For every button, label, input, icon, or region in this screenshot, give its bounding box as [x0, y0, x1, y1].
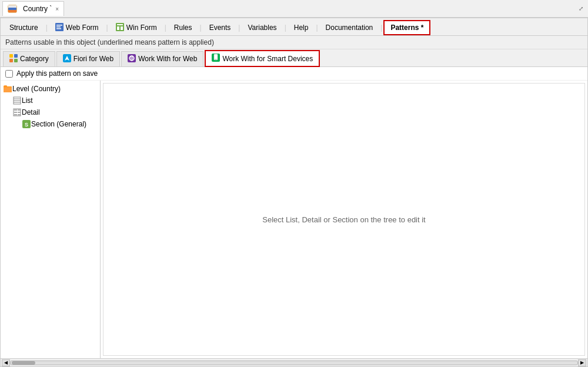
scrollbar-thumb[interactable] [12, 361, 35, 365]
sep-6: | [285, 24, 286, 32]
svg-rect-3 [8, 10, 16, 12]
tree-panel: Level (Country) List [1, 81, 101, 358]
list-icon [12, 96, 22, 105]
apply-checkbox[interactable] [5, 70, 13, 78]
tree-level-label: Level (Country) [12, 85, 61, 93]
smart-icon [212, 54, 220, 64]
svg-rect-2 [8, 8, 16, 10]
svg-rect-35 [14, 112, 17, 113]
menu-tabs: Structure | Web Form | [1, 18, 587, 36]
category-icon [9, 54, 18, 64]
tree-item-detail[interactable]: Detail [1, 106, 100, 118]
svg-rect-6 [56, 26, 61, 28]
sep-4: | [200, 24, 202, 32]
svg-rect-36 [18, 112, 21, 113]
pattern-tab-workweb[interactable]: Work With for Web [121, 51, 203, 66]
tree-item-list[interactable]: List [1, 95, 100, 106]
workweb-tab-label: Work With for Web [138, 55, 197, 63]
tab-webform[interactable]: Web Form [49, 20, 105, 35]
svg-rect-34 [18, 109, 21, 111]
apply-bar: Apply this pattern on save [1, 67, 587, 81]
tab-variables[interactable]: Variables [241, 21, 283, 34]
tab-patterns[interactable]: Patterns * [383, 20, 430, 35]
tree-section-label: Section (General) [31, 120, 86, 128]
fiori-tab-label: Fiori for Web [74, 55, 113, 63]
category-tab-label: Category [20, 55, 49, 63]
svg-rect-15 [14, 59, 18, 62]
tab-structure[interactable]: Structure [3, 21, 45, 34]
content-split: Level (Country) List [1, 81, 587, 358]
tab-rules[interactable]: Rules [168, 21, 199, 34]
sep-3: | [165, 24, 166, 32]
country-icon [8, 4, 17, 14]
svg-rect-33 [14, 109, 17, 111]
svg-rect-10 [117, 26, 119, 30]
pattern-tab-smart[interactable]: Work With for Smart Devices [205, 50, 320, 67]
svg-rect-23 [215, 59, 217, 59]
svg-rect-14 [9, 59, 13, 62]
sep-1: | [46, 24, 48, 32]
tab-events[interactable]: Events [203, 21, 238, 34]
tree-item-section[interactable]: S Section (General) [1, 118, 100, 130]
detail-icon [12, 108, 22, 117]
svg-point-24 [216, 59, 216, 60]
resize-btn[interactable]: ⤢ [576, 4, 586, 14]
sep-8: | [380, 24, 382, 32]
section-icon: S [22, 119, 31, 129]
info-bar-text: Patterns usable in this object (underlin… [5, 38, 214, 46]
svg-rect-27 [4, 87, 12, 92]
scrollbar-area: ◀ ▶ [1, 358, 587, 366]
pattern-tabs: Category Fiori for Web Work With for W [1, 49, 587, 67]
title-bar: Country ` × ⤢ [0, 0, 588, 18]
tree-item-level[interactable]: Level (Country) [1, 83, 100, 95]
svg-rect-7 [56, 28, 61, 29]
info-bar: Patterns usable in this object (underlin… [1, 36, 587, 49]
svg-rect-37 [14, 114, 17, 115]
pattern-tab-category[interactable]: Category [3, 51, 55, 66]
fiori-icon [63, 54, 71, 64]
web-form-icon [55, 23, 64, 33]
tab-winform[interactable]: Win Form [109, 20, 163, 35]
sep-7: | [316, 24, 318, 32]
svg-rect-38 [18, 114, 21, 115]
title-tab-label: Country ` [23, 5, 52, 13]
edit-area-placeholder: Select List, Detail or Section on the tr… [262, 215, 425, 224]
workweb-icon [128, 54, 136, 64]
apply-checkbox-label[interactable]: Apply this pattern on save [16, 69, 98, 78]
title-tab-close-btn[interactable]: × [55, 6, 59, 12]
svg-rect-5 [56, 25, 62, 26]
win-form-icon [116, 23, 124, 33]
sep-5: | [238, 24, 240, 32]
scroll-left-btn[interactable]: ◀ [2, 359, 10, 366]
svg-rect-12 [9, 54, 13, 58]
edit-area: Select List, Detail or Section on the tr… [103, 83, 585, 356]
title-bar-controls: ⤢ [576, 4, 586, 14]
tree-list-label: List [22, 96, 33, 105]
svg-rect-9 [117, 24, 123, 25]
svg-rect-11 [121, 26, 123, 30]
pattern-tab-fiori[interactable]: Fiori for Web [56, 51, 120, 66]
svg-rect-1 [8, 5, 16, 8]
smart-tab-label: Work With for Smart Devices [222, 55, 313, 63]
tree-detail-label: Detail [22, 108, 40, 116]
tab-documentation[interactable]: Documentation [319, 21, 380, 34]
level-icon [3, 84, 12, 94]
svg-rect-13 [14, 54, 18, 58]
main-container: Structure | Web Form | [0, 18, 588, 367]
svg-text:S: S [25, 122, 28, 128]
scrollbar-track[interactable] [10, 361, 578, 365]
title-tab[interactable]: Country ` × [2, 1, 64, 16]
scroll-right-btn[interactable]: ▶ [578, 359, 586, 366]
tab-help[interactable]: Help [288, 21, 315, 34]
sep-2: | [106, 24, 108, 32]
